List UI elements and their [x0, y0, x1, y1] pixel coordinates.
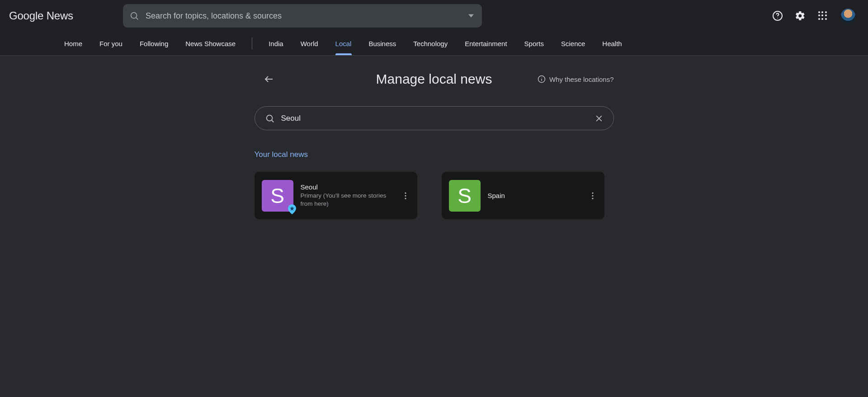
app-header: Google News: [0, 0, 868, 32]
svg-point-15: [405, 198, 406, 199]
search-dropdown-icon[interactable]: [467, 13, 476, 19]
location-card-seoul[interactable]: S Seoul Primary (You'll see more stories…: [255, 172, 417, 219]
nav-health[interactable]: Health: [601, 32, 623, 55]
nav-separator: [252, 38, 252, 49]
apps-icon[interactable]: [817, 10, 828, 21]
tile-letter: S: [458, 184, 472, 208]
account-avatar[interactable]: [840, 8, 856, 24]
nav-business[interactable]: Business: [368, 32, 397, 55]
search-icon: [265, 113, 275, 123]
location-tile: S: [262, 180, 293, 212]
card-overflow-menu-icon[interactable]: [401, 189, 410, 203]
location-cards: S Seoul Primary (You'll see more stories…: [255, 172, 614, 219]
nav-entertainment[interactable]: Entertainment: [464, 32, 508, 55]
nav-world[interactable]: World: [300, 32, 319, 55]
main-content: Manage local news Why these locations? Y…: [0, 56, 868, 237]
svg-point-13: [405, 192, 406, 194]
nav-home[interactable]: Home: [63, 32, 83, 55]
location-title: Seoul: [301, 183, 394, 191]
nav-following[interactable]: Following: [139, 32, 169, 55]
info-icon: [538, 75, 546, 83]
back-button[interactable]: [261, 71, 277, 87]
primary-pin-icon: [288, 204, 296, 214]
why-locations-label: Why these locations?: [549, 76, 614, 83]
location-card-spain[interactable]: S Spain: [442, 172, 604, 219]
card-overflow-menu-icon[interactable]: [588, 189, 597, 203]
nav-sports[interactable]: Sports: [524, 32, 545, 55]
nav-local[interactable]: Local: [335, 32, 353, 55]
svg-point-17: [592, 195, 593, 196]
svg-point-18: [592, 198, 593, 199]
global-search[interactable]: [123, 4, 482, 28]
svg-line-9: [272, 120, 274, 122]
location-search-input[interactable]: [281, 114, 588, 123]
location-search[interactable]: [255, 106, 614, 130]
tile-letter: S: [270, 184, 284, 208]
why-locations-link[interactable]: Why these locations?: [538, 75, 614, 83]
location-subtitle: Primary (You'll see more stories from he…: [301, 192, 391, 208]
nav-news-showcase[interactable]: News Showcase: [184, 32, 236, 55]
svg-point-3: [777, 18, 778, 19]
location-title: Spain: [488, 192, 581, 199]
nav-india[interactable]: India: [268, 32, 284, 55]
svg-line-1: [136, 18, 138, 19]
help-icon[interactable]: [772, 10, 783, 21]
svg-point-16: [592, 192, 593, 194]
svg-point-0: [131, 13, 137, 19]
page-title: Manage local news: [376, 71, 492, 87]
svg-point-8: [266, 115, 272, 121]
svg-point-14: [405, 195, 406, 196]
settings-icon[interactable]: [795, 10, 806, 21]
svg-point-7: [541, 77, 542, 78]
search-icon: [129, 11, 139, 21]
global-search-input[interactable]: [146, 11, 460, 21]
header-actions: [772, 8, 859, 24]
logo[interactable]: Google News: [9, 9, 73, 22]
navigation-tabs: Home For you Following News Showcase Ind…: [0, 32, 868, 56]
page-header: Manage local news Why these locations?: [255, 68, 614, 90]
section-title-your-local-news: Your local news: [255, 150, 614, 159]
location-tile: S: [449, 180, 481, 212]
nav-technology[interactable]: Technology: [412, 32, 448, 55]
clear-search-icon[interactable]: [594, 114, 604, 123]
nav-for-you[interactable]: For you: [99, 32, 123, 55]
nav-science[interactable]: Science: [560, 32, 586, 55]
